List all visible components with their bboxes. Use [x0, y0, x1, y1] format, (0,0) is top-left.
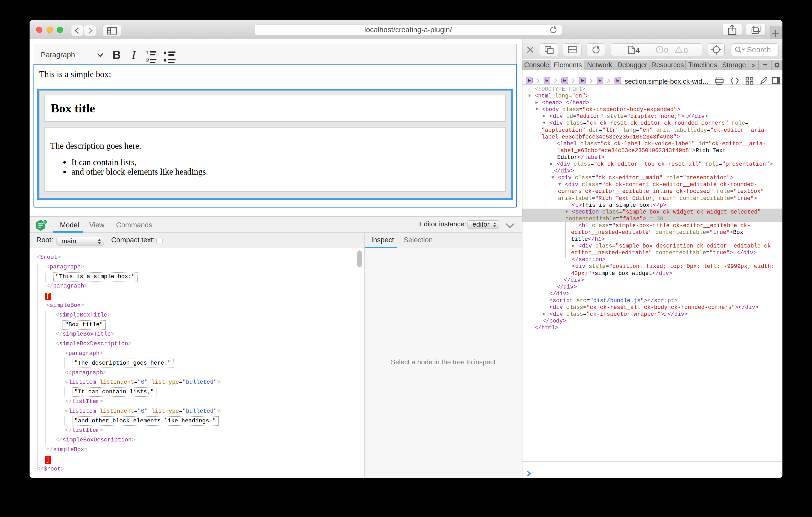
svg-text:!: ! [678, 48, 679, 52]
svg-text:!: ! [659, 47, 660, 52]
svg-text:2: 2 [146, 58, 149, 63]
svg-text:1: 1 [146, 50, 149, 55]
svg-text:5: 5 [45, 220, 46, 224]
